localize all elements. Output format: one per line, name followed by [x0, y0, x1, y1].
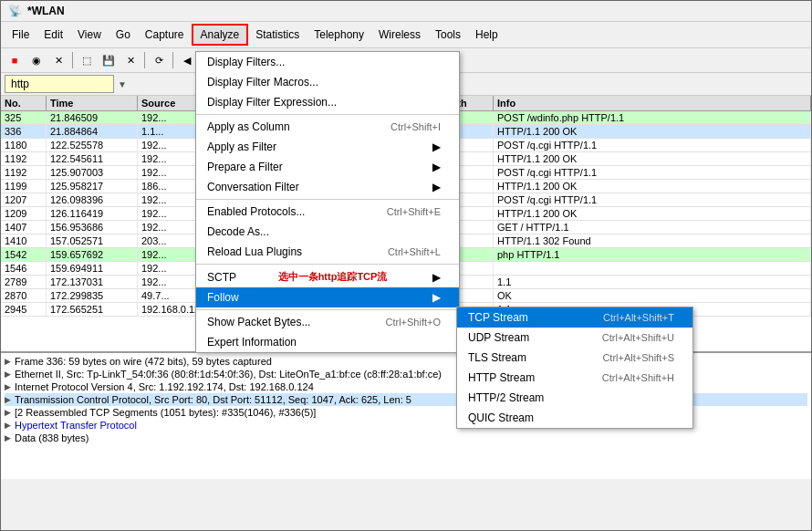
shortcut-icon: Ctrl+Shift+L: [388, 246, 441, 257]
enabled-protocols-item[interactable]: Enabled Protocols... Ctrl+Shift+E: [196, 202, 459, 222]
shortcut-icon: Ctrl+Alt+Shift+U: [602, 332, 674, 343]
detail-text: Frame 336: 59 bytes on wire (472 bits), …: [15, 356, 272, 367]
detail-arrow-icon: ▶: [5, 421, 11, 430]
toolbar-close-btn[interactable]: ✕: [48, 50, 68, 70]
shortcut-icon: Ctrl+Shift+I: [390, 121, 441, 132]
http2-stream-item[interactable]: HTTP/2 Stream: [457, 388, 692, 408]
detail-arrow-icon: ▶: [5, 370, 11, 379]
filter-input[interactable]: [5, 75, 114, 93]
display-filter-macros-item[interactable]: Display Filter Macros...: [196, 72, 459, 92]
menu-item-wireless[interactable]: Wireless: [371, 26, 428, 44]
shortcut-icon: Ctrl+Alt+Shift+S: [602, 352, 674, 363]
decode-as-item[interactable]: Decode As...: [196, 222, 459, 242]
col-no: No.: [1, 96, 47, 110]
follow-submenu: TCP Stream Ctrl+Alt+Shift+T UDP Stream C…: [456, 307, 693, 429]
toolbar-restart-btn[interactable]: ◉: [26, 50, 47, 70]
detail-text: Data (838 bytes): [15, 432, 88, 443]
menu-item-capture[interactable]: Capture: [138, 26, 192, 44]
conversation-filter-item[interactable]: Conversation Filter ▶: [196, 177, 459, 197]
menu-sep-2: [196, 199, 459, 200]
toolbar-save-btn[interactable]: 💾: [99, 50, 119, 70]
menu-item-go[interactable]: Go: [109, 26, 138, 44]
toolbar-reload-btn[interactable]: ⟳: [149, 50, 169, 70]
detail-row-data[interactable]: ▶ Data (838 bytes): [5, 432, 807, 444]
toolbar-open-btn[interactable]: ⬚: [77, 50, 97, 70]
menu-sep-1: [196, 114, 459, 115]
detail-arrow-icon: ▶: [5, 395, 11, 404]
toolbar-separator-3: [172, 52, 173, 68]
shortcut-icon: Ctrl+Alt+Shift+T: [603, 312, 674, 323]
detail-text: [2 Reassembled TCP Segments (1051 bytes)…: [15, 407, 316, 418]
toolbar-stop-btn[interactable]: ■: [5, 50, 25, 70]
menu-bar: File Edit View Go Capture Analyze Statis…: [1, 22, 811, 48]
udp-stream-item[interactable]: UDP Stream Ctrl+Alt+Shift+U: [457, 328, 692, 348]
col-time: Time: [47, 96, 138, 110]
filter-arrow-icon: ▼: [118, 79, 127, 89]
display-filter-expression-item[interactable]: Display Filter Expression...: [196, 92, 459, 112]
menu-item-tools[interactable]: Tools: [428, 26, 468, 44]
menu-sep-4: [196, 309, 459, 310]
app-window: 📡 *WLAN File Edit View Go Capture Analyz…: [0, 0, 812, 531]
expert-info-item[interactable]: Expert Information: [196, 332, 459, 352]
show-packet-bytes-item[interactable]: Show Packet Bytes... Ctrl+Shift+O: [196, 312, 459, 332]
submenu-arrow-icon: ▶: [432, 161, 441, 173]
submenu-arrow-icon: ▶: [432, 291, 441, 304]
tls-stream-item[interactable]: TLS Stream Ctrl+Alt+Shift+S: [457, 348, 692, 368]
shortcut-icon: Ctrl+Shift+E: [387, 206, 441, 217]
detail-arrow-icon: ▶: [5, 408, 11, 417]
menu-item-help[interactable]: Help: [468, 26, 505, 44]
shortcut-icon: Ctrl+Shift+O: [385, 317, 441, 328]
toolbar-back-btn[interactable]: ◀: [177, 50, 197, 70]
reload-lua-item[interactable]: Reload Lua Plugins Ctrl+Shift+L: [196, 242, 459, 262]
menu-sep-3: [196, 264, 459, 265]
menu-item-view[interactable]: View: [70, 26, 109, 44]
menu-item-edit[interactable]: Edit: [36, 26, 70, 44]
apply-as-column-item[interactable]: Apply as Column Ctrl+Shift+I: [196, 117, 459, 137]
analyze-dropdown: Display Filters... Display Filter Macros…: [195, 51, 460, 353]
detail-text: Hypertext Transfer Protocol: [15, 420, 137, 431]
apply-as-filter-item[interactable]: Apply as Filter ▶: [196, 137, 459, 157]
shortcut-icon: Ctrl+Alt+Shift+H: [602, 372, 674, 383]
submenu-arrow-icon: ▶: [432, 271, 441, 284]
detail-arrow-icon: ▶: [5, 357, 11, 366]
quic-stream-item[interactable]: QUIC Stream: [457, 408, 692, 428]
submenu-arrow-icon: ▶: [432, 141, 441, 153]
col-info: Info: [494, 96, 811, 110]
display-filters-item[interactable]: Display Filters...: [196, 52, 459, 72]
follow-item[interactable]: Follow ▶: [196, 287, 459, 307]
prepare-filter-item[interactable]: Prepare a Filter ▶: [196, 157, 459, 177]
sctp-item[interactable]: SCTP 选中一条http追踪TCP流 ▶: [196, 266, 459, 287]
http-stream-item[interactable]: HTTP Stream Ctrl+Alt+Shift+H: [457, 368, 692, 388]
toolbar-close2-btn[interactable]: ✕: [120, 50, 141, 70]
menu-item-file[interactable]: File: [5, 26, 36, 44]
tcp-stream-item[interactable]: TCP Stream Ctrl+Alt+Shift+T: [457, 307, 692, 328]
detail-text: Ethernet II, Src: Tp-LinkT_54:0f:36 (80:…: [15, 369, 442, 380]
detail-arrow-icon: ▶: [5, 433, 11, 442]
window-title: *WLAN: [27, 5, 65, 17]
detail-arrow-icon: ▶: [5, 382, 11, 391]
menu-item-statistics[interactable]: Statistics: [248, 26, 307, 44]
submenu-arrow-icon: ▶: [432, 181, 441, 193]
toolbar-separator-2: [144, 52, 145, 68]
detail-text: Transmission Control Protocol, Src Port:…: [15, 394, 411, 405]
title-bar: 📡 *WLAN: [1, 1, 811, 22]
menu-item-telephony[interactable]: Telephony: [307, 26, 371, 44]
toolbar-separator-1: [72, 52, 73, 68]
detail-text: Internet Protocol Version 4, Src: 1.192.…: [15, 381, 314, 392]
window-icon: 📡: [8, 5, 22, 17]
menu-item-analyze[interactable]: Analyze: [192, 24, 249, 46]
